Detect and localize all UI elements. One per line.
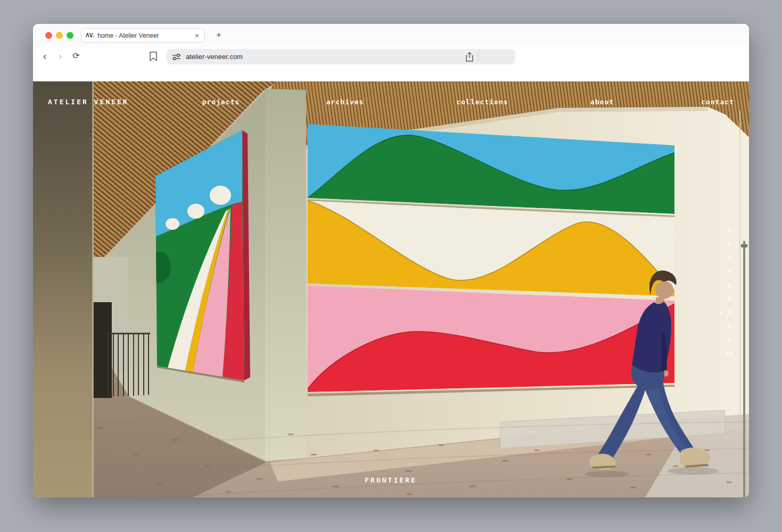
pagination-item-5[interactable]: 5 bbox=[719, 279, 740, 293]
concrete-column bbox=[33, 81, 93, 497]
url-text: atelier-veneer.com bbox=[186, 53, 243, 61]
stair-railing bbox=[107, 334, 150, 396]
minimize-window-button[interactable] bbox=[56, 32, 63, 39]
nav-link-projects[interactable]: projects bbox=[202, 98, 240, 106]
traffic-lights bbox=[45, 32, 73, 39]
new-tab-button[interactable]: + bbox=[213, 29, 225, 41]
hero-photo-gallery-scene bbox=[33, 81, 749, 497]
nav-link-contact[interactable]: contact bbox=[701, 98, 734, 106]
nav-link-archives[interactable]: archives bbox=[326, 98, 364, 106]
pipe-bracket bbox=[741, 244, 747, 247]
browser-window: ΛV. home - Atelier Veneer × + ‹ › ⟳ atel… bbox=[33, 24, 749, 497]
tab-close-icon[interactable]: × bbox=[194, 31, 200, 40]
slide-title[interactable]: FRONTIERE bbox=[365, 476, 416, 484]
corner-wall bbox=[265, 89, 306, 461]
pagination-item-10[interactable]: 10 bbox=[719, 348, 740, 362]
pagination-item-6[interactable]: 6 bbox=[719, 293, 740, 306]
pagination-item-3[interactable]: 3 bbox=[719, 251, 740, 265]
column-edge-highlight bbox=[92, 81, 94, 497]
title-bar: ΛV. home - Atelier Veneer × + bbox=[33, 24, 749, 47]
close-window-button[interactable] bbox=[45, 32, 52, 39]
large-artwork bbox=[308, 124, 674, 396]
urlbar-divider bbox=[478, 52, 479, 61]
hero-section: ATELIER VENEER projects archives collect… bbox=[33, 81, 749, 497]
pagination-item-1[interactable]: 1 bbox=[719, 223, 740, 237]
url-bar[interactable]: atelier-veneer.com bbox=[167, 49, 515, 64]
forward-button[interactable]: › bbox=[53, 49, 67, 64]
browser-toolbar: ‹ › ⟳ atelier-veneer.com bbox=[33, 47, 749, 66]
share-icon[interactable] bbox=[465, 52, 474, 64]
browser-tab[interactable]: ΛV. home - Atelier Veneer × bbox=[81, 28, 205, 43]
bookmark-icon[interactable] bbox=[149, 51, 158, 64]
current-slide-bullet: • bbox=[719, 306, 722, 320]
pagination-item-8[interactable]: 8 bbox=[719, 320, 740, 334]
reload-button[interactable]: ⟳ bbox=[69, 49, 83, 64]
pagination-item-9[interactable]: 9 bbox=[719, 334, 740, 348]
back-button[interactable]: ‹ bbox=[38, 49, 52, 64]
site-settings-icon[interactable] bbox=[172, 53, 181, 61]
site-navigation: ATELIER VENEER projects archives collect… bbox=[33, 81, 749, 113]
drain-pipe bbox=[743, 241, 745, 497]
nav-link-collections[interactable]: collections bbox=[456, 98, 508, 106]
tab-title: home - Atelier Veneer bbox=[97, 32, 190, 39]
pagination-item-4[interactable]: 4 bbox=[719, 265, 740, 279]
zoom-window-button[interactable] bbox=[67, 32, 73, 39]
pagination-item-7[interactable]: •7 bbox=[719, 306, 740, 320]
site-logo[interactable]: ATELIER VENEER bbox=[48, 98, 129, 106]
content-top-margin bbox=[33, 66, 749, 81]
favicon: ΛV. bbox=[86, 32, 94, 38]
nav-link-about[interactable]: about bbox=[590, 98, 614, 106]
pagination-item-2[interactable]: 2 bbox=[719, 237, 740, 251]
slide-pagination: 1 2 3 4 5 6 •7 8 9 10 bbox=[719, 223, 740, 362]
